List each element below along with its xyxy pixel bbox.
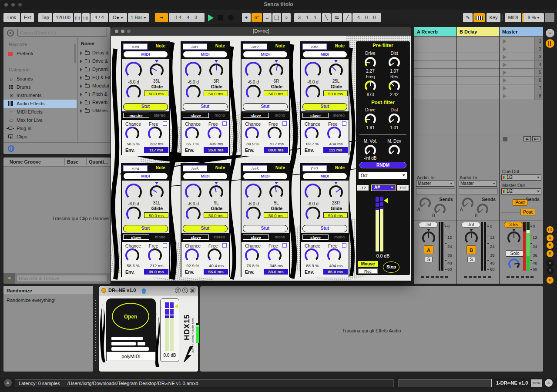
volume-knob[interactable] [185, 62, 201, 78]
glide-value[interactable]: 50.0 ms [323, 212, 348, 218]
pan-knob[interactable] [422, 231, 435, 245]
chance-value[interactable]: 69.7 % [301, 141, 324, 146]
scene-number[interactable]: 1 [534, 37, 543, 45]
max-device-window[interactable]: [Dr∞ne] A#0Note MIDI [111, 27, 411, 281]
tap-tempo-button[interactable]: Tap [38, 13, 52, 22]
audio-to-dropdown[interactable]: Master [416, 181, 454, 187]
pan-knob[interactable] [209, 185, 223, 199]
nudge-down-button[interactable]: |||| [74, 13, 81, 22]
free-value[interactable]: 439 ms [204, 141, 228, 146]
show-returns-toggle[interactable]: R [547, 242, 554, 249]
clip-slot[interactable] [457, 45, 499, 53]
track-activator-button[interactable]: B [466, 245, 476, 254]
volume-knob[interactable] [305, 184, 321, 200]
punch-out-button[interactable]: ╱ [343, 13, 352, 22]
meter-marker-icon[interactable] [174, 304, 178, 308]
show-sends-toggle[interactable]: S [547, 235, 554, 241]
midi-button[interactable]: MIDI [123, 51, 168, 58]
midi-button[interactable]: MIDI [302, 173, 347, 180]
solo-button[interactable]: S [467, 257, 475, 262]
disclosure-icon[interactable] [80, 51, 82, 55]
chance-knob[interactable] [185, 248, 199, 262]
chance-value[interactable]: 89.9 % [242, 141, 264, 146]
note-mode-toggle[interactable]: Note [335, 165, 345, 170]
send-b-knob[interactable] [434, 204, 446, 215]
sidebar-item-sounds[interactable]: ♫Sounds [3, 75, 77, 83]
show-track-controls-toggle[interactable]: C [547, 277, 554, 284]
play-button[interactable] [208, 14, 214, 21]
send-b-knob[interactable] [477, 204, 488, 215]
track-activator-button[interactable]: A [424, 245, 433, 254]
sidebar-item-drums[interactable]: Drums [3, 83, 77, 91]
scene-row[interactable]: 3 [500, 53, 543, 61]
volume-field[interactable]: -Inf [419, 222, 438, 228]
env-value[interactable]: 26.0 ms [204, 147, 228, 153]
free-knob[interactable] [208, 248, 221, 262]
clip-slot[interactable] [457, 77, 499, 84]
scene-play-icon[interactable] [503, 55, 507, 59]
disclosure-icon[interactable] [80, 84, 82, 88]
glide-value[interactable]: 50.0 ms [323, 90, 348, 96]
drive-value[interactable]: 2.27 [360, 69, 381, 74]
sync-mode-button[interactable]: slave [123, 235, 149, 240]
post-toggle-a[interactable]: Post [513, 199, 527, 206]
glide-value[interactable]: 50.0 ms [204, 212, 228, 218]
clip-slot[interactable] [457, 84, 499, 92]
free-checkbox[interactable] [342, 121, 346, 126]
disclosure-icon[interactable] [80, 68, 82, 71]
send-a-knob[interactable] [462, 198, 473, 209]
stut-button[interactable]: Stut [183, 103, 228, 111]
scene-play-icon[interactable] [503, 78, 507, 83]
free-checkbox[interactable] [163, 121, 167, 126]
channel-mode-toggle[interactable]: mono [155, 235, 165, 239]
sidebar-item-plug-in[interactable]: Plug-in [3, 124, 77, 133]
folder-row[interactable]: Modulat [78, 82, 111, 90]
clip-slot[interactable] [414, 92, 456, 100]
sidebar-item-audio-effects[interactable]: Audio Effects [3, 100, 77, 108]
midi-button[interactable]: MIDI [243, 51, 288, 58]
scene-play-icon[interactable] [503, 70, 507, 75]
dist-value[interactable]: 1.01 [384, 125, 405, 130]
note-mode-toggle[interactable]: Note [215, 44, 225, 48]
post-drive-knob[interactable] [365, 114, 376, 125]
channel-mode-toggle[interactable]: mono [215, 113, 225, 117]
solo-button[interactable]: S [425, 257, 433, 262]
pre-dist-knob[interactable] [389, 57, 400, 68]
scene-number[interactable]: 6 [534, 77, 543, 84]
note-select[interactable]: A#0 [123, 44, 148, 50]
cpu-meter[interactable]: 8 % [522, 13, 544, 22]
rndm-button[interactable]: RNDM [359, 162, 406, 168]
show-io-toggle[interactable]: I-O [547, 226, 554, 233]
midi-map-button[interactable]: MIDI [505, 13, 521, 22]
link-button[interactable]: Link [3, 13, 20, 22]
post-toggle-b[interactable]: Post [520, 209, 535, 215]
stop-all-clips-button[interactable] [503, 137, 507, 141]
mouse-button[interactable]: Mouse [358, 261, 378, 267]
scene-row[interactable]: 4 [500, 61, 543, 69]
scene-row[interactable]: 7 [500, 84, 543, 92]
open-button[interactable]: Open [112, 303, 149, 330]
pan-value[interactable]: 28R [326, 201, 346, 205]
disclosure-icon[interactable] [80, 101, 82, 104]
show-detail-view-icon[interactable] [4, 379, 12, 387]
overdub-button[interactable]: + [242, 13, 251, 22]
free-knob[interactable] [148, 127, 162, 141]
volume-knob[interactable] [125, 62, 142, 78]
chance-knob[interactable] [125, 248, 139, 262]
folder-row[interactable]: Utilities [78, 107, 111, 115]
scale-dropdown[interactable]: Oct [359, 172, 407, 179]
device-stop-button[interactable]: Stop [383, 261, 399, 273]
env-value[interactable]: 117 ms [144, 147, 168, 153]
pan-value[interactable]: 31L [147, 201, 166, 205]
sync-mode-button[interactable]: slave [243, 113, 269, 118]
pan-value[interactable]: 35L [147, 79, 166, 84]
chance-value[interactable]: 58.6 % [122, 141, 144, 146]
glide-value[interactable]: 50.0 ms [264, 90, 288, 96]
drive-value[interactable]: 1.91 [360, 125, 381, 130]
env-value[interactable]: 88.0 ms [264, 147, 288, 153]
volume-value[interactable]: -6.0 d [124, 201, 144, 206]
clip-slot[interactable] [414, 53, 456, 61]
pan-knob[interactable] [150, 185, 164, 199]
clip-slot[interactable] [457, 69, 499, 77]
folder-row[interactable]: Dynami [78, 65, 111, 74]
